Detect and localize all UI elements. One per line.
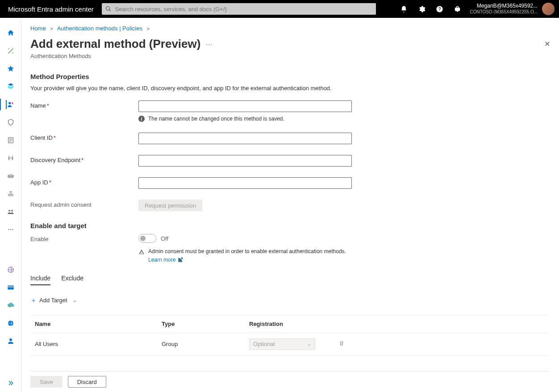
chevron-down-icon: ⌄ [73, 297, 77, 303]
save-button: Save [30, 376, 63, 388]
groups-icon[interactable] [6, 207, 15, 216]
discovery-label: Discovery Endpoint* [30, 155, 138, 163]
request-permission-button: Request permission [138, 200, 202, 211]
svg-point-8 [11, 210, 13, 212]
svg-rect-13 [8, 286, 14, 290]
page-title: Add external method (Preview) [30, 37, 200, 51]
person-icon[interactable] [6, 337, 15, 346]
title-more-button[interactable]: ··· [206, 41, 213, 48]
tab-exclude[interactable]: Exclude [61, 275, 83, 285]
global-search[interactable] [102, 3, 376, 15]
help-icon[interactable] [430, 0, 448, 18]
plus-icon [30, 297, 37, 304]
user-email: MeganB@M365x49592... [477, 3, 538, 9]
account-block[interactable]: MeganB@M365x49592... CONTOSO (M365X49592… [466, 3, 541, 15]
governance-icon[interactable] [6, 136, 15, 145]
brand-title: Microsoft Entra admin center [8, 5, 102, 13]
breadcrumb-home[interactable]: Home [30, 25, 46, 32]
page-subtitle: Authentication Methods [30, 53, 548, 59]
breadcrumb: Home > Authentication methods | Policies… [30, 25, 548, 32]
client-id-label: Client ID* [30, 133, 138, 141]
learn-icon[interactable] [6, 265, 15, 274]
svg-point-10 [10, 229, 11, 230]
admin-consent-label: Request admin consent [30, 200, 138, 208]
row-name: All Users [35, 341, 162, 347]
svg-rect-14 [8, 287, 14, 288]
client-id-input[interactable] [138, 133, 352, 144]
svg-point-11 [12, 229, 13, 230]
favorites-icon[interactable] [6, 64, 15, 73]
discard-button[interactable]: Discard [68, 376, 106, 388]
discovery-input[interactable] [138, 155, 352, 167]
left-nav [0, 18, 21, 392]
app-id-input[interactable] [138, 177, 352, 189]
enable-toggle-state: Off [161, 235, 168, 242]
feedback-icon[interactable] [448, 0, 466, 18]
identity-icon[interactable] [6, 82, 15, 91]
svg-point-5 [10, 176, 11, 177]
col-name: Name [35, 321, 162, 327]
external-link-icon [177, 257, 184, 263]
home-icon[interactable] [6, 29, 15, 38]
users-icon[interactable] [6, 100, 15, 109]
protection-icon[interactable] [6, 118, 15, 127]
table-row: All Users Group Optional ⌄ [30, 333, 548, 356]
col-type: Type [162, 321, 249, 327]
verified-icon[interactable] [6, 171, 15, 180]
avatar[interactable] [542, 3, 555, 15]
learn-more-link[interactable]: Learn more [148, 256, 184, 263]
warning-icon [138, 249, 145, 255]
notification-icon[interactable] [395, 0, 413, 18]
cloud-icon[interactable] [6, 301, 15, 310]
registration-select: Optional ⌄ [249, 338, 315, 350]
row-type: Group [162, 341, 249, 347]
more-icon[interactable] [6, 225, 15, 234]
add-target-button[interactable]: Add Target ⌄ [30, 297, 77, 304]
svg-point-15 [8, 305, 11, 308]
enable-heading: Enable and target [30, 222, 548, 229]
expand-nav-icon[interactable] [6, 379, 15, 388]
search-icon [105, 6, 112, 12]
search-input[interactable] [115, 6, 373, 13]
info-icon: i [138, 116, 145, 122]
name-label: Name* [30, 100, 138, 109]
close-icon[interactable]: ✕ [544, 40, 550, 48]
svg-point-4 [9, 176, 10, 177]
svg-point-6 [12, 176, 13, 177]
svg-point-9 [8, 229, 9, 230]
svg-point-1 [11, 102, 13, 104]
name-helper: The name cannot be changed once this met… [148, 116, 284, 122]
globe-icon[interactable] [6, 319, 15, 328]
delete-row-icon[interactable] [338, 340, 365, 348]
external-icon[interactable] [6, 154, 15, 163]
method-properties-heading: Method Properties [30, 73, 548, 80]
breadcrumb-auth-methods[interactable]: Authentication methods | Policies [57, 25, 142, 32]
enable-label: Enable [30, 234, 138, 242]
tab-include[interactable]: Include [30, 275, 50, 285]
warn-text: Admin consent must be granted in order t… [148, 248, 346, 254]
svg-point-7 [8, 210, 10, 212]
svg-point-0 [8, 102, 11, 104]
app-id-label: App ID* [30, 177, 138, 186]
svg-point-17 [9, 338, 12, 341]
col-registration: Registration [249, 321, 338, 327]
permissions-icon[interactable] [6, 189, 15, 198]
tenant-name: CONTOSO (M365X49592255.O... [470, 9, 538, 15]
name-input[interactable] [138, 100, 352, 112]
chevron-down-icon: ⌄ [307, 341, 311, 347]
settings-icon[interactable] [413, 0, 430, 18]
method-properties-desc: Your provider will give you the name, cl… [30, 85, 548, 92]
billing-icon[interactable] [6, 283, 15, 292]
enable-toggle[interactable] [138, 234, 156, 243]
diagnose-icon[interactable] [6, 46, 15, 55]
